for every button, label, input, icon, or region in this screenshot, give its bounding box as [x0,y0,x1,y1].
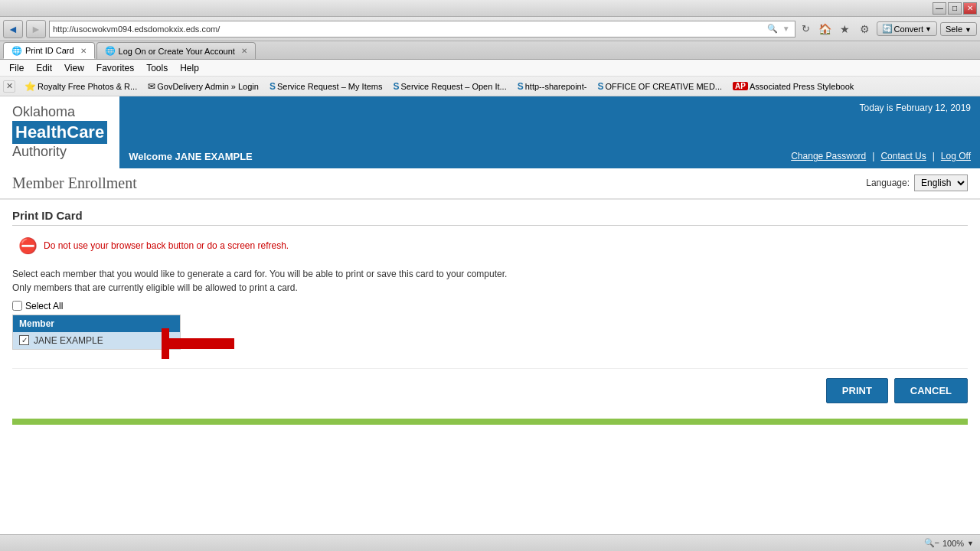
tab2-favicon: 🌐 [105,46,116,56]
bookmark-icon-2: S [270,81,276,92]
logo-care: Care [67,122,104,142]
address-search-icon: 🔍 [767,24,778,34]
member-table-container: Member ✓ JANE EXAMPLE [12,315,181,350]
zoom-section: 🔍− 100% ▼ [924,538,975,548]
bookmark-icon-0: ⭐ [24,81,36,92]
sep-1: | [872,151,874,161]
bookmark-label-4: http--sharepoint- [525,82,587,91]
contact-us-link[interactable]: Contact Us [880,151,926,161]
convert-icon: 🔄 [882,24,893,34]
browser-toolbar: ◄ ► http://usocwokvm094.edsdomokxix.eds.… [0,17,980,41]
menu-tools[interactable]: Tools [140,61,174,75]
select-all-row: Select All [12,301,968,311]
warning-box: ⛔ Do not use your browser back button or… [12,232,968,259]
bookmark-label-6: Associated Press Stylebook [750,82,854,91]
address-dropdown-icon[interactable]: ▼ [782,24,790,33]
language-label: Language: [866,178,910,188]
titlebar: — □ ✕ [0,0,980,17]
menu-view[interactable]: View [58,61,90,75]
page-content: Oklahoma Health Care Authority Today is … [0,96,980,534]
convert-button[interactable]: 🔄 Convert ▼ [877,21,937,36]
bookmark-ap-stylebook[interactable]: AP Associated Press Stylebook [728,80,858,93]
settings-icon[interactable]: ⚙ [857,21,874,37]
main-content: Print ID Card ⛔ Do not use your browser … [0,200,980,434]
menu-bar: File Edit View Favorites Tools Help [0,60,980,77]
tab-print-id-card[interactable]: 🌐 Print ID Card ✕ [3,42,95,59]
sele-button[interactable]: Sele ▼ [940,22,977,36]
back-button[interactable]: ◄ [3,20,23,38]
logo-health: Health [15,122,67,142]
warning-text: Do not use your browser back button or d… [44,240,289,251]
select-all-checkbox[interactable] [12,301,22,311]
site-wrapper: Oklahoma Health Care Authority Today is … [0,96,980,434]
bookmark-icon-3: S [393,81,399,92]
tab1-favicon: 🌐 [11,46,22,56]
language-section: Language: English [866,174,968,191]
bookmarks-bar: ✕ ⭐ Royalty Free Photos & R... ✉ GovDeli… [0,77,980,96]
bookmark-sharepoint[interactable]: S http--sharepoint- [513,80,592,93]
tab1-close-icon[interactable]: ✕ [80,47,87,55]
zoom-out-button[interactable]: 🔍− [924,538,939,548]
logo-oklahoma: Oklahoma [12,104,107,121]
close-button[interactable]: ✕ [963,2,977,15]
sep-2: | [933,151,935,161]
tab-bar: 🌐 Print ID Card ✕ 🌐 Log On or Create You… [0,41,980,60]
tab1-label: Print ID Card [25,46,74,55]
bookmark-service-request-2[interactable]: S Service Request – Open It... [388,80,511,93]
warning-icon: ⛔ [18,236,38,255]
page-title: Member Enrollment [12,174,137,192]
section-title: Print ID Card [12,209,968,226]
tab2-close-icon[interactable]: ✕ [241,47,247,55]
logo-block: Oklahoma Health Care Authority [12,104,107,161]
address-bar[interactable]: http://usocwokvm094.edsdomokxix.eds.com/… [49,21,795,37]
log-off-link[interactable]: Log Off [941,151,971,161]
welcome-bar: Welcome JANE EXAMPLE Change Password | C… [129,151,971,162]
header-links: Change Password | Contact Us | Log Off [791,151,971,161]
sele-dropdown-icon[interactable]: ▼ [965,26,972,34]
maximize-button[interactable]: □ [948,2,962,15]
convert-dropdown-icon[interactable]: ▼ [925,25,932,33]
menu-favorites[interactable]: Favorites [90,61,140,75]
cancel-button[interactable]: CANCEL [894,378,968,403]
bookmark-royalty-free[interactable]: ⭐ Royalty Free Photos & R... [20,80,142,93]
menu-help[interactable]: Help [174,61,205,75]
menu-file[interactable]: File [3,61,30,75]
bookmark-creative-med[interactable]: S OFFICE OF CREATIVE MED... [593,80,727,93]
bookmark-govdelivery[interactable]: ✉ GovDelivery Admin » Login [143,80,263,93]
home-icon[interactable]: 🏠 [817,21,834,37]
refresh-button[interactable]: ↻ [799,21,814,37]
print-button[interactable]: PRINT [826,378,888,403]
site-header: Oklahoma Health Care Authority Today is … [0,96,980,168]
date-line: Today is February 12, 2019 [129,103,971,113]
actions-row: PRINT CANCEL [12,368,968,412]
instruction-line-2: Only members that are currently eligible… [12,281,968,295]
bookmark-label-0: Royalty Free Photos & R... [38,82,137,91]
member-checkbox-0[interactable]: ✓ [19,335,29,345]
favorites-icon[interactable]: ★ [837,21,854,37]
bookmark-label-3: Service Request – Open It... [401,82,507,91]
tab-log-on[interactable]: 🌐 Log On or Create Your Account ✕ [96,42,256,59]
page-title-bar: Member Enrollment Language: English [0,168,980,200]
change-password-link[interactable]: Change Password [791,151,866,161]
bookmark-label-2: Service Request – My Items [277,82,383,91]
blue-banner: Today is February 12, 2019 Welcome JANE … [119,96,980,168]
member-table-row[interactable]: ✓ JANE EXAMPLE [13,332,180,349]
member-name-0: JANE EXAMPLE [34,335,103,346]
address-text: http://usocwokvm094.edsdomokxix.eds.com/ [53,24,767,34]
bookmark-label-1: GovDelivery Admin » Login [157,82,259,91]
zoom-dropdown-icon[interactable]: ▼ [967,540,974,547]
close-bookmarks-bar[interactable]: ✕ [3,80,15,93]
bookmark-service-request-1[interactable]: S Service Request – My Items [265,80,387,93]
welcome-text: Welcome JANE EXAMPLE [129,151,253,162]
bookmark-icon-4: S [518,81,524,92]
logo-health-care-row: Health Care [12,121,107,144]
zoom-level: 100% [942,539,964,548]
logo-section: Oklahoma Health Care Authority [0,96,119,168]
member-table-header: Member [13,315,180,332]
instruction-line-1: Select each member that you would like t… [12,267,968,281]
language-select[interactable]: English [914,174,968,191]
forward-button[interactable]: ► [26,20,46,38]
member-table: Member ✓ JANE EXAMPLE [12,315,181,350]
minimize-button[interactable]: — [933,2,946,15]
menu-edit[interactable]: Edit [30,61,58,75]
